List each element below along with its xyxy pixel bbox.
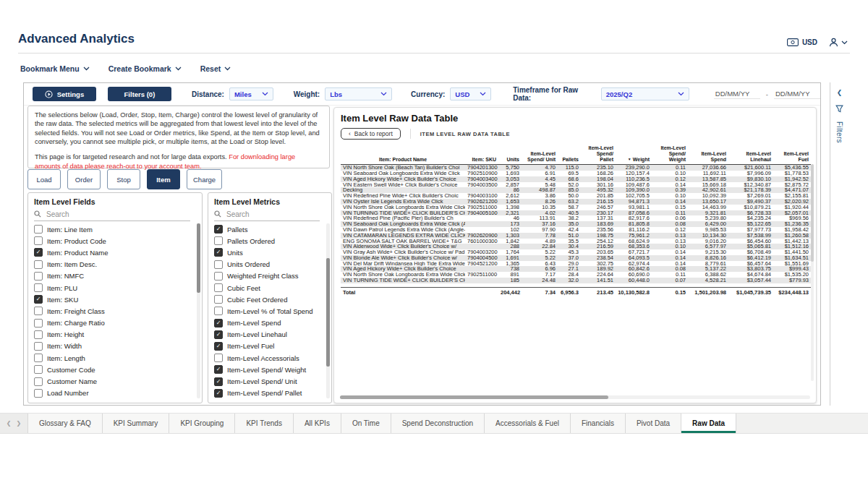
table-row[interactable]: VIN Seaboard Oak Longboards Extra Wide C…: [341, 221, 811, 227]
table-row[interactable]: VIN Aged Hickory Wide+ Click Builder's C…: [341, 176, 811, 182]
checkbox[interactable]: [34, 377, 43, 386]
field-item-load-number[interactable]: Load Number: [34, 388, 196, 399]
metrics-search[interactable]: [214, 207, 320, 221]
table-row[interactable]: VIN Gray Ash Wide+ Click Builder's Choic…: [341, 249, 811, 255]
checkbox[interactable]: [34, 354, 43, 362]
column-header-item-level-spend[interactable]: Item-Level Spend: [688, 145, 728, 165]
checkbox[interactable]: [34, 330, 43, 339]
field-item-customer-name[interactable]: Customer Name: [34, 375, 196, 387]
level-button-order[interactable]: Order: [67, 169, 101, 189]
checkbox[interactable]: [214, 354, 223, 362]
checkbox[interactable]: [214, 283, 223, 292]
tab-kpi-summary[interactable]: KPI Summary: [103, 414, 170, 433]
checkbox[interactable]: ✓: [34, 248, 43, 257]
tab-financials[interactable]: Financials: [571, 414, 626, 433]
tab-scroll-right-icon[interactable]: ❯: [17, 420, 22, 427]
checkbox[interactable]: [34, 389, 43, 398]
checkbox[interactable]: [214, 272, 223, 281]
table-row[interactable]: VIN Oyster Isle Legends Extra Wide Click…: [341, 199, 811, 205]
checkbox[interactable]: [34, 342, 43, 351]
tab-scroll-left-icon[interactable]: ❮: [7, 420, 12, 427]
checkbox[interactable]: [34, 225, 43, 234]
metrics-search-input[interactable]: [225, 210, 300, 219]
checkbox[interactable]: ✓: [214, 319, 223, 328]
checkbox[interactable]: [34, 307, 43, 315]
column-header-item-product-name[interactable]: Item: Product Name: [341, 145, 465, 165]
weight-select[interactable]: Lbs: [325, 87, 392, 100]
scrollbar-thumb[interactable]: [197, 223, 200, 293]
checkbox[interactable]: ✓: [214, 365, 223, 374]
distance-select[interactable]: Miles: [229, 87, 273, 100]
scrollbar-thumb[interactable]: [326, 258, 330, 367]
table-row[interactable]: VIN Dawn Patrol Legends Extra Wide Click…: [341, 227, 811, 233]
tab-kpi-trends[interactable]: KPI Trends: [235, 414, 293, 433]
timeframe-select[interactable]: 2025/Q2: [601, 87, 689, 100]
level-button-charge[interactable]: Charge: [187, 169, 222, 189]
collapse-rail-icon[interactable]: ❮: [837, 90, 843, 96]
date-to-input[interactable]: [774, 89, 820, 99]
level-button-stop[interactable]: Stop: [107, 169, 140, 189]
checkbox[interactable]: ✓: [214, 389, 223, 398]
table-row[interactable]: VIN Alderwood Wide+ Click Builder's Choi…: [341, 244, 811, 249]
table-row[interactable]: VIN TURNING TIDE WIDE+ CLICK BUILDER'S C…: [341, 210, 811, 216]
field-item-customer-code[interactable]: Customer Code: [34, 364, 196, 375]
table-row[interactable]: Decking86498.8785.0495.32109,390.00.3942…: [341, 187, 811, 193]
back-to-report-button[interactable]: ‹ Back to report: [341, 128, 401, 140]
tab-all-kpis[interactable]: All KPIs: [294, 414, 341, 433]
checkbox[interactable]: ✓: [214, 342, 223, 351]
fields-search[interactable]: [34, 207, 190, 221]
column-header-item-sku[interactable]: Item: SKU: [465, 145, 498, 165]
fields-scrollbar[interactable]: [197, 223, 200, 398]
checkbox[interactable]: [34, 319, 43, 328]
metrics-scrollbar[interactable]: [326, 223, 330, 398]
column-header-units[interactable]: Units: [498, 145, 522, 165]
metric-item-units[interactable]: ✓Units: [214, 247, 326, 258]
tab-on-time[interactable]: On Time: [341, 414, 391, 433]
checkbox[interactable]: ✓: [214, 377, 223, 386]
table-row[interactable]: VIN Eastern Swell Wide+ Click Builder's …: [341, 182, 811, 188]
fields-search-input[interactable]: [45, 210, 120, 219]
field-item-item-sku[interactable]: ✓Item: SKU: [34, 294, 196, 305]
table-row[interactable]: ENG SONOMA SALT OAK BARREL WIDE+ T&G7601…: [341, 239, 811, 244]
metric-item-item-level-accessorials[interactable]: Item-Level Accessorials: [214, 352, 326, 364]
column-header-item-level-spend-unit[interactable]: Item-Level Spend/ Unit: [522, 145, 558, 165]
user-menu[interactable]: [829, 38, 848, 47]
metric-item-cubic-feet[interactable]: Cubic Feet: [214, 282, 326, 294]
field-item-item-line-item[interactable]: Item: Line Item: [34, 223, 196, 235]
table-vertical-scrollbar[interactable]: [811, 164, 814, 381]
metric-item-item-level-linehaul[interactable]: ✓Item-Level Linehaul: [214, 329, 326, 341]
field-item-item-item-desc[interactable]: Item: Item Desc.: [34, 259, 196, 270]
bookmark-menu-item-bookmark-menu[interactable]: Bookmark Menu: [20, 64, 90, 73]
column-header-pallets[interactable]: Pallets: [558, 145, 581, 165]
checkbox[interactable]: ✓: [214, 330, 223, 339]
scrollbar-thumb[interactable]: [811, 164, 814, 262]
checkbox[interactable]: [214, 236, 223, 245]
level-button-item[interactable]: Item: [147, 169, 180, 189]
metric-item-item-level-of-total-spend[interactable]: Item-Level % of Total Spend: [214, 305, 326, 317]
field-item-item-height[interactable]: Item: Height: [34, 329, 196, 341]
checkbox[interactable]: [34, 283, 43, 292]
checkbox[interactable]: [214, 295, 223, 304]
checkbox[interactable]: [214, 307, 223, 315]
checkbox[interactable]: ✓: [214, 225, 223, 234]
scrollbar-thumb[interactable]: [340, 395, 608, 399]
field-item-item-product-code[interactable]: Item: Product Code: [34, 235, 196, 247]
table-row[interactable]: VIN North Shore Oak Longboards Extra Wid…: [341, 205, 811, 210]
table-horizontal-scrollbar[interactable]: [340, 395, 810, 399]
table-row[interactable]: VIN Redefined Pine (Pacific Pier) Builde…: [341, 215, 811, 221]
checkbox[interactable]: [214, 260, 223, 269]
bookmark-menu-item-reset[interactable]: Reset: [200, 64, 231, 73]
column-header-weight[interactable]: ▼Weight: [616, 145, 652, 165]
currency-select[interactable]: USD: [450, 87, 491, 100]
date-from-input[interactable]: [714, 89, 760, 99]
field-item-item-width[interactable]: Item: Width: [34, 341, 196, 352]
column-header-item-level-fuel[interactable]: Item-Level Fuel: [773, 145, 811, 165]
checkbox[interactable]: [34, 272, 43, 281]
checkbox[interactable]: [34, 260, 43, 269]
metric-item-pallets[interactable]: ✓Pallets: [214, 223, 326, 235]
settings-button[interactable]: Settings: [33, 87, 96, 101]
field-item-item-product-name[interactable]: ✓Item: Product Name: [34, 247, 196, 258]
tab-raw-data[interactable]: Raw Data: [681, 414, 736, 433]
tab-spend-deconstruction[interactable]: Spend Deconstruction: [391, 414, 485, 433]
tab-kpi-grouping[interactable]: KPI Grouping: [169, 414, 235, 433]
